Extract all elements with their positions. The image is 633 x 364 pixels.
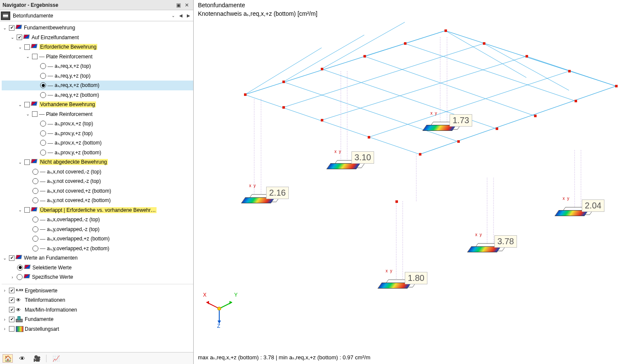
chevron-right-icon[interactable]: › <box>2 317 8 322</box>
radio[interactable] <box>32 178 38 184</box>
radio[interactable] <box>40 92 46 98</box>
node-nicht-abgedeckte[interactable]: ⌄ Nicht abgedeckte Bewehrung <box>2 157 193 167</box>
checkbox[interactable] <box>24 44 30 50</box>
results-tab-icon[interactable]: 🏠 <box>3 354 13 363</box>
node-fundamentbewehrung[interactable]: ⌄ Fundamentbewehrung <box>2 23 193 33</box>
chevron-down-icon[interactable]: ⌄ <box>9 35 15 40</box>
chevron-down-icon[interactable]: ⌄ <box>17 45 23 49</box>
radio[interactable] <box>40 121 46 127</box>
chevron-down-icon[interactable]: ⌄ <box>2 26 8 30</box>
nav-next-icon[interactable]: ▶ <box>185 13 192 18</box>
node-plate-reinforcement-2[interactable]: ⌄ — Plate Reinforcement <box>2 110 193 119</box>
diagram-tab-icon[interactable]: 📈 <box>51 354 61 363</box>
radio[interactable] <box>40 150 46 156</box>
leaf-selektierte-werte[interactable]: Selektierte Werte <box>2 263 193 273</box>
radio[interactable] <box>32 188 38 194</box>
leaf-prov-x-top[interactable]: — aₛ,prov,x,+z (top) <box>2 119 193 129</box>
node-vorhandene-bewehrung[interactable]: ⌄ Vorhandene Bewehrung <box>2 100 193 110</box>
checkbox[interactable] <box>9 326 15 332</box>
node-maxmin-informationen[interactable]: › 👁 Max/Min-Informationen <box>2 305 193 315</box>
node-titelinformationen[interactable]: › 👁 Titelinformationen <box>2 295 193 305</box>
leaf-spezifische-werte[interactable]: › Spezifische Werte <box>2 272 193 282</box>
checkbox[interactable] <box>9 288 15 293</box>
chevron-down-icon[interactable]: ⌄ <box>25 112 31 116</box>
viewport-title: Betonfundamente <box>198 2 245 9</box>
leaf-ov-y-bottom[interactable]: — aₛ,y,overlapped,+z (bottom) <box>2 244 193 254</box>
chevron-down-icon[interactable]: ⌄ <box>25 54 31 59</box>
node-erforderliche-bewehrung[interactable]: ⌄ Erforderliche Bewehrung <box>2 42 193 52</box>
line-icon: — <box>40 226 46 232</box>
chevron-down-icon[interactable]: ⌄ <box>17 102 23 107</box>
leaf-prov-y-bottom[interactable]: — aₛ,prov,y,+z (bottom) <box>2 148 193 158</box>
checkbox[interactable] <box>9 317 15 322</box>
radio[interactable] <box>32 197 38 203</box>
leaf-req-x-bottom[interactable]: — aₛ,req,x,+z (bottom) <box>2 81 193 90</box>
radio[interactable] <box>32 217 38 222</box>
nav-prev-icon[interactable]: ◀ <box>177 13 185 18</box>
radio[interactable] <box>40 63 46 69</box>
chevron-down-icon[interactable]: ⌄ <box>169 13 177 18</box>
checkbox[interactable] <box>24 102 30 107</box>
node-werte-an-fundamenten[interactable]: ⌄ Werte an Fundamenten <box>2 253 193 263</box>
leaf-nc-y-bottom[interactable]: — aₛ,y,not covered,+z (bottom) <box>2 196 193 205</box>
checkbox[interactable] <box>9 298 15 303</box>
leaf-req-x-top[interactable]: — aₛ,req,x,+z (top) <box>2 61 193 71</box>
svg-rect-24 <box>404 42 407 45</box>
leaf-req-y-top[interactable]: — aₛ,req,y,+z (top) <box>2 71 193 81</box>
scene-3d[interactable]: x y 2.16 x y 3.10 x y 1.73 x y 1.80 x y … <box>194 21 633 347</box>
svg-rect-22 <box>321 68 323 70</box>
radio[interactable] <box>40 73 46 79</box>
radio[interactable] <box>17 274 23 280</box>
checkbox[interactable] <box>32 54 38 59</box>
chevron-right-icon[interactable]: › <box>2 288 8 293</box>
colormap-icon <box>16 326 23 332</box>
leaf-ov-x-top[interactable]: — aₛ,x,overlapped,-z (top) <box>2 215 193 225</box>
radio-selected[interactable] <box>17 265 23 271</box>
chevron-right-icon[interactable]: › <box>2 326 8 331</box>
svg-point-45 <box>218 307 221 310</box>
leaf-req-y-bottom[interactable]: — aₛ,req,y,+z (bottom) <box>2 90 193 100</box>
radio[interactable] <box>40 140 46 146</box>
radio[interactable] <box>32 226 38 232</box>
node-ergebniswerte[interactable]: › x.xx Ergebniswerte <box>2 286 193 296</box>
visibility-tab-icon[interactable]: 👁 <box>17 354 27 363</box>
undock-icon[interactable]: ▣ <box>174 2 182 9</box>
checkbox[interactable] <box>24 207 30 213</box>
radio[interactable] <box>40 130 46 136</box>
model-viewport[interactable]: Betonfundamente Knotennachweis aₛ,req,x,… <box>194 0 633 364</box>
leaf-ov-y-top[interactable]: — aₛ,y,overlapped,-z (top) <box>2 225 193 234</box>
node-label: Vorhandene Bewehrung <box>39 101 96 107</box>
svg-rect-27 <box>526 55 528 58</box>
leaf-prov-y-top[interactable]: — aₛ,prov,y,+z (top) <box>2 129 193 139</box>
close-icon[interactable]: ✕ <box>183 2 191 9</box>
chevron-down-icon[interactable]: ⌄ <box>17 160 23 165</box>
radio[interactable] <box>32 236 38 242</box>
checkbox[interactable] <box>9 25 15 31</box>
node-plate-reinforcement[interactable]: ⌄ — Plate Reinforcement <box>2 52 193 62</box>
checkbox[interactable] <box>24 159 30 165</box>
leaf-nc-x-top[interactable]: — aₛ,x,not covered,-z (top) <box>2 167 193 177</box>
leaf-nc-y-top[interactable]: — aₛ,y,not covered,-z (top) <box>2 176 193 186</box>
chevron-right-icon[interactable]: › <box>9 275 15 280</box>
camera-tab-icon[interactable]: 🎥 <box>32 354 42 363</box>
leaf-ov-x-bottom[interactable]: — aₛ,x,overlapped,+z (bottom) <box>2 234 193 244</box>
checkbox[interactable] <box>32 111 38 117</box>
chevron-down-icon[interactable]: ⌄ <box>17 208 23 212</box>
leaf-prov-x-bottom[interactable]: — aₛ,prov,x,+z (bottom) <box>2 138 193 148</box>
foundation-icon <box>1 12 10 20</box>
leaf-nc-x-bottom[interactable]: — aₛ,x,not covered,+z (bottom) <box>2 186 193 196</box>
radio[interactable] <box>32 246 38 251</box>
radio[interactable] <box>32 169 38 175</box>
category-dropdown[interactable]: Betonfundamente ⌄ ◀ ▶ <box>0 10 193 21</box>
checkbox[interactable] <box>9 307 15 312</box>
checkbox[interactable] <box>9 255 15 261</box>
node-darstellungsart[interactable]: › Darstellungsart <box>2 324 193 334</box>
node-ueberlappt[interactable]: ⌄ Überlappt | Erforderliche vs. vorhande… <box>2 205 193 215</box>
svg-rect-34 <box>575 100 577 102</box>
checkbox[interactable] <box>17 35 22 40</box>
node-auf-einzelfundament[interactable]: ⌄ Auf Einzelfundament <box>2 33 193 43</box>
result-tree[interactable]: ⌄ Fundamentbewehrung ⌄ Auf Einzelfundame… <box>0 21 193 352</box>
node-fundamente[interactable]: › Fundamente <box>2 315 193 324</box>
radio-selected[interactable] <box>40 82 46 88</box>
chevron-down-icon[interactable]: ⌄ <box>2 256 8 260</box>
